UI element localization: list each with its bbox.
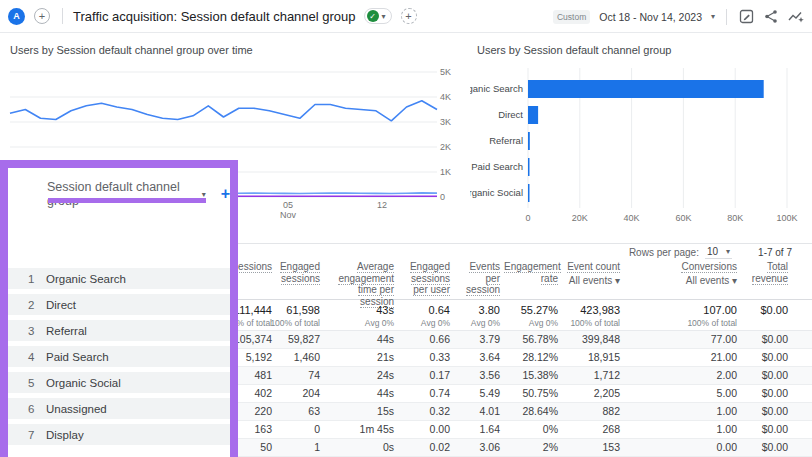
y-axis-tick: 4K <box>440 92 451 102</box>
check-icon: ✓ <box>367 10 379 22</box>
column-header[interactable]: Event countAll events ▾ <box>558 261 620 286</box>
column-header[interactable]: Engagement rate <box>500 261 558 284</box>
add-report-icon[interactable]: + <box>401 8 417 24</box>
table-cell: 0.33 <box>394 349 450 366</box>
rows-per-page-label: Rows per page: <box>629 247 699 258</box>
bar-organic-social <box>528 184 530 202</box>
table-cell: 28.64% <box>500 403 558 420</box>
workspace-avatar[interactable]: A <box>8 8 25 25</box>
table-cell: 44s <box>320 385 394 402</box>
table-cell: 204 <box>272 385 320 402</box>
totals-cell: 0.64Avg 0% <box>394 300 450 316</box>
table-cell: 399,848 <box>558 331 620 348</box>
bar-chart-title: Users by Session default channel group <box>477 44 671 56</box>
table-cell: $0.00 <box>737 349 788 366</box>
table-cell: 3.06 <box>450 439 500 456</box>
table-cell: 5.00 <box>620 385 737 402</box>
table-cell: 1 <box>272 439 320 456</box>
add-tab-icon[interactable]: + <box>34 8 50 24</box>
highlight-underline <box>48 198 206 203</box>
line-chart-title: Users by Session default channel group o… <box>10 44 253 56</box>
table-cell: 77.00 <box>620 331 737 348</box>
pagination-range: 1-7 of 7 <box>758 247 792 258</box>
table-cell: 63 <box>272 403 320 420</box>
table-cell: 21.00 <box>620 349 737 366</box>
add-dimension-icon[interactable]: + <box>221 185 230 203</box>
x-axis-tick: 20K <box>572 213 588 223</box>
rows-per-page-select[interactable]: 10 ▾ <box>705 246 732 259</box>
table-cell: 44s <box>320 331 394 348</box>
y-axis-tick: 0 <box>440 192 445 202</box>
y-axis-tick: 5K <box>440 67 451 77</box>
bar-category-label: Paid Search <box>471 161 523 172</box>
table-cell: $0.00 <box>737 367 788 384</box>
bar-direct <box>528 106 538 124</box>
x-axis-tick: 40K <box>624 213 640 223</box>
report-status-badge[interactable]: ✓ ▾ <box>364 8 392 24</box>
table-cell: 56.78% <box>500 331 558 348</box>
column-header[interactable]: Engaged sessions <box>272 261 320 284</box>
column-header[interactable]: Total revenue <box>737 261 788 284</box>
table-cell: $0.00 <box>737 421 788 438</box>
bar-category-label: Organic Social <box>470 187 523 198</box>
bar-category-label: Organic Search <box>470 83 523 94</box>
table-cell: 1,712 <box>558 367 620 384</box>
dimension-value-row[interactable]: 4Paid Search <box>8 346 230 367</box>
dimension-value-row[interactable]: 1Organic Search <box>8 268 230 289</box>
dimension-value-row[interactable]: 5Organic Social <box>8 372 230 393</box>
header-divider <box>726 9 727 25</box>
bar-paid-search <box>528 158 530 176</box>
table-cell: 28.12% <box>500 349 558 366</box>
svg-text:Nov: Nov <box>280 210 297 220</box>
dimension-value-row[interactable]: 6Unassigned <box>8 398 230 419</box>
y-axis-tick: 2K <box>440 142 451 152</box>
x-axis-tick: 60K <box>675 213 691 223</box>
table-cell: $0.00 <box>737 331 788 348</box>
x-axis-tick: 0 <box>525 213 530 223</box>
dimension-selector[interactable]: Session default channel group ▾ + <box>47 180 230 208</box>
totals-cell: 423,983100% of total <box>558 300 620 316</box>
table-cell: 1.00 <box>620 403 737 420</box>
insights-icon[interactable] <box>788 9 804 25</box>
page-title: Traffic acquisition: Session default cha… <box>73 9 356 24</box>
table-cell: 0.02 <box>394 439 450 456</box>
table-cell: 3.64 <box>450 349 500 366</box>
totals-cell: 61,598100% of total <box>272 300 320 316</box>
event-scope-selector[interactable]: All events ▾ <box>562 275 620 287</box>
date-range-picker[interactable]: Oct 18 - Nov 14, 2023 <box>599 11 702 23</box>
event-scope-selector[interactable]: All events ▾ <box>624 275 737 287</box>
totals-cell: 3.80Avg 0% <box>450 300 500 316</box>
table-cell: 1.00 <box>620 421 737 438</box>
table-cell: 50.75% <box>500 385 558 402</box>
header-divider <box>62 8 63 24</box>
table-cell: 1,460 <box>272 349 320 366</box>
column-header[interactable]: ConversionsAll events ▾ <box>620 261 737 286</box>
table-cell: $0.00 <box>737 403 788 420</box>
table-cell: 3.79 <box>450 331 500 348</box>
x-axis-tick: 12 <box>377 200 387 210</box>
table-cell: 15.38% <box>500 367 558 384</box>
table-cell: 24s <box>320 367 394 384</box>
share-icon[interactable] <box>763 9 779 25</box>
table-cell: 4.01 <box>450 403 500 420</box>
x-axis-tick: 80K <box>727 213 743 223</box>
dimension-value-row[interactable]: 7Display <box>8 424 230 445</box>
table-cell: 0 <box>272 421 320 438</box>
totals-cell: 107.00100% of total <box>620 300 737 316</box>
customize-report-icon[interactable] <box>738 9 754 25</box>
bar-referral <box>528 132 530 150</box>
totals-cell: $0.00 <box>737 300 788 316</box>
chevron-down-icon[interactable]: ▾ <box>711 12 715 21</box>
table-cell: 21s <box>320 349 394 366</box>
column-header[interactable]: Events per session <box>450 261 500 296</box>
table-cell: 0.32 <box>394 403 450 420</box>
dimension-value-row[interactable]: 2Direct <box>8 294 230 315</box>
dimension-value-list: 1Organic Search2Direct3Referral4Paid Sea… <box>8 268 230 450</box>
dimension-value-row[interactable]: 3Referral <box>8 320 230 341</box>
table-cell: 0.66 <box>394 331 450 348</box>
y-axis-tick: 1K <box>440 167 451 177</box>
column-header[interactable]: Engaged sessions per user <box>394 261 450 296</box>
dimension-highlight-overlay: Session default channel group ▾ + 1Organ… <box>0 160 238 457</box>
totals-cell: 43sAvg 0% <box>320 300 394 316</box>
table-cell: $0.00 <box>737 439 788 456</box>
